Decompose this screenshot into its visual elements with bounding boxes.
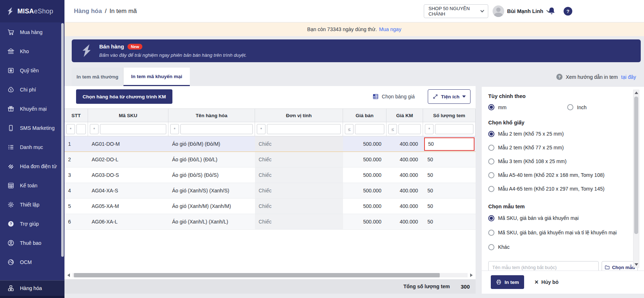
- sidebar-item-thue-bao[interactable]: Thuê bao: [0, 233, 64, 252]
- column-header-promo-price[interactable]: Giá KM: [386, 109, 423, 122]
- cell-qty[interactable]: 50: [423, 199, 476, 214]
- radio-paper-a4-65[interactable]: Mẫu A4-65 tem (Khổ 210 x 297 mm, Tomy 14…: [488, 182, 626, 196]
- cell-stt: 6: [64, 214, 88, 229]
- sidebar-item-label: Trợ giúp: [20, 221, 39, 227]
- filter-operator-sku[interactable]: *: [90, 124, 99, 134]
- panel-scrollbar[interactable]: [633, 90, 639, 268]
- column-header-unit[interactable]: Đơn vị tính: [255, 109, 343, 122]
- column-header-name[interactable]: Tên hàng hóa: [168, 109, 255, 122]
- shop-selector[interactable]: SHOP 50 NGUYÊN CHÁNH: [424, 4, 488, 18]
- filter-operator-name[interactable]: *: [170, 124, 179, 134]
- radio-template-sku-price-promo[interactable]: Mã SKU, giá bán và giá khuyến mại: [488, 211, 626, 225]
- sidebar-item-mua-hang[interactable]: Mua hàng: [0, 22, 64, 42]
- print-labels-button[interactable]: In tem: [491, 275, 524, 289]
- radio-template-other[interactable]: Khác: [488, 240, 626, 254]
- filter-unit-input[interactable]: [267, 124, 341, 134]
- table-row[interactable]: 6 AG06-XA-L Áo gió (Xanh/L) (Xanh/L) Chi…: [64, 214, 476, 230]
- filter-operator-stt[interactable]: *: [66, 124, 75, 134]
- sidebar-item-label: Danh mục: [20, 144, 43, 150]
- column-header-price[interactable]: Giá bán: [343, 109, 386, 122]
- sidebar-item-tro-giup[interactable]: ? Trợ giúp: [0, 214, 64, 233]
- cell-qty[interactable]: 50: [423, 214, 476, 229]
- filter-operator-price[interactable]: ≤: [345, 124, 354, 134]
- sidebar-item-thiet-lap[interactable]: Thiết lập: [0, 195, 64, 214]
- scrollbar-thumb[interactable]: [634, 97, 638, 234]
- scroll-right-icon[interactable]: [470, 273, 473, 277]
- cell-qty[interactable]: 50: [423, 167, 476, 183]
- radio-label: Mẫu 2 tem (Khổ 75 x 25 mm): [498, 131, 564, 137]
- filter-sku-input[interactable]: [100, 124, 166, 134]
- filter-qty-input[interactable]: [435, 124, 473, 134]
- table-row[interactable]: 3 AG03-DO-S Áo gió (Đỏ/S) (Đỏ/S) Chiếc 5…: [64, 167, 476, 183]
- sidebar-scrollbar[interactable]: [61, 23, 64, 257]
- table-row[interactable]: 4 AG04-XA-S Áo gió (Xanh/S) (Xanh/S) Chi…: [64, 183, 476, 199]
- cell-qty[interactable]: 50: [423, 152, 476, 167]
- table-row[interactable]: 1 AG01-DO-M Áo gió (Đỏ/M) (Đỏ/M) Chiếc 5…: [64, 136, 476, 152]
- filter-name-input[interactable]: [180, 124, 253, 134]
- table-row[interactable]: 5 AG05-XA-M Áo gió (Xanh/M) (Xanh/M) Chi…: [64, 199, 476, 214]
- column-header-qty[interactable]: Số lượng tem: [423, 109, 476, 122]
- choose-template-button[interactable]: Chọn mẫu: [602, 261, 638, 271]
- table-row[interactable]: 2 AG02-DO-L Áo gió (Đỏ/L) (Đỏ/L) Chiếc 5…: [64, 152, 476, 167]
- sidebar-item-ke-toan[interactable]: Kế toán: [0, 176, 64, 195]
- sidebar-item-ocm[interactable]: OCM: [0, 252, 64, 272]
- promo-banner[interactable]: Bán hàng New Bấm vào đây để trải nghiệm …: [72, 39, 641, 62]
- cancel-button[interactable]: × Hủy bỏ: [532, 275, 561, 289]
- select-promo-items-button[interactable]: Chọn hàng hóa từ chương trình KM: [76, 89, 172, 104]
- close-icon: ×: [535, 279, 539, 285]
- cell-price: 500.000: [343, 183, 386, 198]
- radio-template-sku-price-promo-rate[interactable]: Mã SKU, giá bán, giá khuyến mại và tỉ lệ…: [488, 225, 626, 240]
- sidebar-item-hoa-don-dien-tu[interactable]: Hóa đơn điện tử: [0, 157, 64, 176]
- action-footer: In tem × Hủy bỏ: [482, 271, 644, 294]
- app-logo[interactable]: MISAeShop: [0, 0, 64, 22]
- cell-stt: 3: [64, 167, 88, 183]
- help-icon[interactable]: ?: [564, 7, 572, 16]
- radio-paper-108x25[interactable]: Mẫu 3 tem (Khổ 108 x 25 mm): [488, 154, 626, 168]
- select-price-list-button[interactable]: Chọn bảng giá: [372, 93, 415, 100]
- user-menu[interactable]: Bùi Mạnh Linh: [507, 0, 550, 22]
- radio-unit-mm[interactable]: mm: [488, 104, 567, 110]
- radio-paper-a5-40[interactable]: Mẫu A5-40 tem (Khổ 202 x 168 mm, Tomy 10…: [488, 168, 626, 182]
- qty-input-editing[interactable]: [424, 137, 474, 151]
- filter-stt-input[interactable]: [76, 124, 86, 134]
- scrollbar-track[interactable]: [72, 273, 468, 277]
- filter-promo-input[interactable]: [398, 124, 421, 134]
- scroll-up-icon[interactable]: [635, 91, 638, 94]
- avatar[interactable]: [493, 5, 504, 17]
- sidebar-item-danh-muc[interactable]: Danh mục: [0, 137, 64, 157]
- breadcrumb-parent[interactable]: Hàng hóa: [74, 8, 102, 15]
- sidebar-item-hang-hoa-active[interactable]: Hàng hóa: [0, 280, 64, 296]
- filter-operator-unit[interactable]: *: [257, 124, 265, 134]
- sidebar-item-chi-phi[interactable]: Chi phí: [0, 80, 64, 99]
- tab-in-tem-ma-thuong[interactable]: In tem mã thường: [72, 68, 124, 86]
- filter-operator-qty[interactable]: *: [425, 124, 434, 134]
- sidebar-item-kho[interactable]: Kho: [0, 42, 64, 61]
- notification-bell-icon[interactable]: [547, 7, 556, 16]
- safe-icon: [7, 67, 14, 74]
- scroll-left-icon[interactable]: [67, 273, 70, 277]
- promo-subtitle: Bấm vào đây để trải nghiệm ngay phiên bả…: [99, 52, 247, 58]
- radio-paper-77x25[interactable]: Mẫu 2 tem (Khổ 77 x 25 mm): [488, 141, 626, 154]
- scroll-down-icon[interactable]: [635, 263, 638, 266]
- radio-unit-inch[interactable]: Inch: [567, 104, 586, 110]
- svg-text:?: ?: [10, 222, 12, 226]
- filter-price-input[interactable]: [355, 124, 384, 134]
- column-header-sku[interactable]: Mã SKU: [88, 109, 168, 122]
- sidebar-item-khuyen-mai[interactable]: Khuyến mại: [0, 99, 64, 118]
- radio-label: Inch: [577, 105, 586, 110]
- radio-icon: [488, 104, 494, 110]
- column-header-stt[interactable]: STT: [64, 109, 88, 122]
- sidebar-item-sms-marketing[interactable]: SMS Marketing: [0, 118, 64, 137]
- print-guide-link[interactable]: tại đây: [621, 74, 636, 80]
- sidebar-item-quy-tien[interactable]: Quỹ tiền: [0, 61, 64, 80]
- template-name-input[interactable]: [488, 261, 599, 271]
- radio-paper-75x25[interactable]: Mẫu 2 tem (Khổ 75 x 25 mm): [488, 127, 626, 141]
- utilities-button[interactable]: Tiện ích: [428, 89, 471, 104]
- buy-now-link[interactable]: Mua ngay: [379, 26, 401, 32]
- radio-icon: [488, 131, 494, 137]
- radio-label: Mẫu A5-40 tem (Khổ 202 x 168 mm, Tomy 10…: [498, 172, 605, 178]
- cell-qty[interactable]: 50: [423, 183, 476, 198]
- filter-operator-promo[interactable]: ≤: [388, 124, 397, 134]
- scrollbar-thumb[interactable]: [74, 273, 440, 277]
- tab-in-tem-ma-khuyen-mai[interactable]: In tem mã khuyến mại: [124, 68, 190, 86]
